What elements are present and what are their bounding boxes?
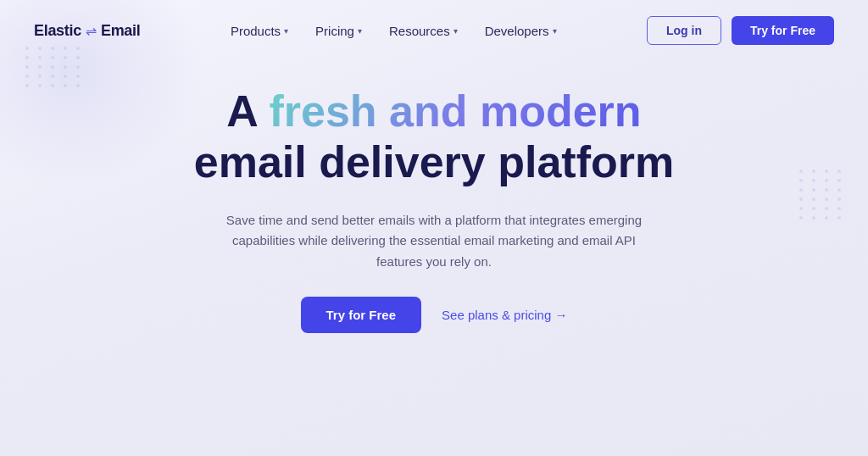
nav-actions: Log in Try for Free [647,16,834,45]
navbar: Elastic ⇌ Email Products ▾ Pricing ▾ Res… [0,0,868,61]
nav-link-resources[interactable]: Resources ▾ [389,24,458,38]
nav-item-products[interactable]: Products ▾ [231,24,288,38]
hero-title-highlight: fresh and modern [269,86,641,136]
nav-link-pricing[interactable]: Pricing ▾ [315,24,362,38]
hero-pricing-link[interactable]: See plans & pricing → [442,308,567,322]
logo[interactable]: Elastic ⇌ Email [34,22,140,40]
nav-link-developers[interactable]: Developers ▾ [485,24,557,38]
chevron-down-icon: ▾ [284,26,288,36]
nav-link-products[interactable]: Products ▾ [231,24,288,38]
nav-item-resources[interactable]: Resources ▾ [389,24,458,38]
logo-icon: ⇌ [86,23,97,39]
login-button[interactable]: Log in [647,16,721,45]
nav-links: Products ▾ Pricing ▾ Resources ▾ Develop… [231,24,557,38]
nav-item-pricing[interactable]: Pricing ▾ [315,24,362,38]
hero-title-prefix: A [226,86,269,136]
hero-section: A fresh and modern email delivery platfo… [0,61,868,333]
chevron-down-icon: ▾ [453,26,458,36]
hero-try-button[interactable]: Try for Free [301,297,422,333]
hero-title: A fresh and modern email delivery platfo… [194,86,674,188]
logo-text-part1: Elastic [34,22,81,40]
nav-try-button[interactable]: Try for Free [732,16,834,45]
chevron-down-icon: ▾ [358,26,362,36]
hero-subtitle: Save time and send better emails with a … [214,210,654,273]
hero-title-suffix: email delivery platform [194,137,674,186]
page-wrapper: Elastic ⇌ Email Products ▾ Pricing ▾ Res… [0,0,868,456]
hero-actions: Try for Free See plans & pricing → [301,297,568,333]
chevron-down-icon: ▾ [553,26,557,36]
logo-text-part2: Email [101,22,141,40]
nav-item-developers[interactable]: Developers ▾ [485,24,557,38]
